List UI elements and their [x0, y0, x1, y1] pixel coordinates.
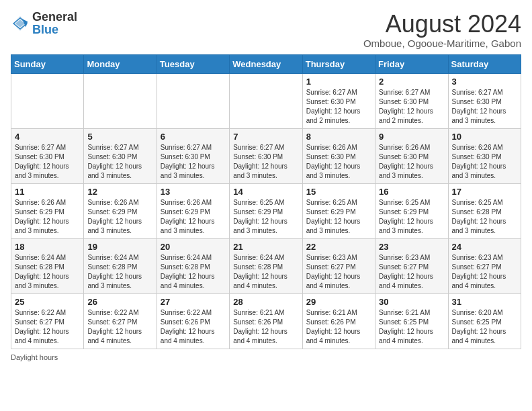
day-detail: Sunrise: 6:25 AM Sunset: 6:28 PM Dayligh…	[452, 198, 517, 236]
day-number: 28	[233, 297, 298, 307]
calendar-cell: 6Sunrise: 6:27 AM Sunset: 6:30 PM Daylig…	[157, 128, 229, 183]
calendar-cell: 19Sunrise: 6:24 AM Sunset: 6:28 PM Dayli…	[84, 238, 157, 293]
day-detail: Sunrise: 6:23 AM Sunset: 6:27 PM Dayligh…	[306, 253, 371, 291]
calendar-cell: 8Sunrise: 6:26 AM Sunset: 6:30 PM Daylig…	[302, 128, 375, 183]
week-row-3: 11Sunrise: 6:26 AM Sunset: 6:29 PM Dayli…	[11, 183, 521, 238]
day-detail: Sunrise: 6:27 AM Sunset: 6:30 PM Dayligh…	[87, 143, 152, 181]
day-number: 19	[87, 242, 152, 252]
day-detail: Sunrise: 6:21 AM Sunset: 6:25 PM Dayligh…	[379, 308, 444, 346]
logo-icon	[11, 14, 30, 33]
logo-text: General Blue	[32, 11, 77, 36]
day-number: 9	[379, 132, 444, 142]
day-number: 20	[161, 242, 226, 252]
day-number: 21	[233, 242, 298, 252]
day-detail: Sunrise: 6:26 AM Sunset: 6:30 PM Dayligh…	[452, 143, 517, 181]
calendar-cell: 14Sunrise: 6:25 AM Sunset: 6:29 PM Dayli…	[230, 183, 302, 238]
footer-note: Daylight hours	[11, 353, 521, 361]
day-detail: Sunrise: 6:24 AM Sunset: 6:28 PM Dayligh…	[87, 253, 152, 291]
calendar-cell: 7Sunrise: 6:27 AM Sunset: 6:30 PM Daylig…	[230, 128, 302, 183]
calendar-cell: 21Sunrise: 6:24 AM Sunset: 6:28 PM Dayli…	[230, 238, 302, 293]
calendar-cell: 25Sunrise: 6:22 AM Sunset: 6:27 PM Dayli…	[11, 293, 84, 349]
calendar-cell	[157, 73, 229, 128]
day-detail: Sunrise: 6:27 AM Sunset: 6:30 PM Dayligh…	[379, 88, 444, 126]
day-number: 5	[87, 132, 152, 142]
weekday-header-monday: Monday	[84, 54, 157, 73]
daylight-label: Daylight hours	[11, 353, 58, 361]
calendar-cell: 9Sunrise: 6:26 AM Sunset: 6:30 PM Daylig…	[375, 128, 448, 183]
day-number: 3	[452, 77, 517, 87]
calendar-cell: 3Sunrise: 6:27 AM Sunset: 6:30 PM Daylig…	[448, 73, 521, 128]
weekday-header-friday: Friday	[375, 54, 448, 73]
day-number: 11	[15, 187, 80, 197]
calendar-cell: 20Sunrise: 6:24 AM Sunset: 6:28 PM Dayli…	[157, 238, 229, 293]
calendar-cell	[11, 73, 84, 128]
day-detail: Sunrise: 6:21 AM Sunset: 6:26 PM Dayligh…	[233, 308, 298, 346]
calendar-cell: 5Sunrise: 6:27 AM Sunset: 6:30 PM Daylig…	[84, 128, 157, 183]
calendar-cell: 16Sunrise: 6:25 AM Sunset: 6:29 PM Dayli…	[375, 183, 448, 238]
day-detail: Sunrise: 6:22 AM Sunset: 6:27 PM Dayligh…	[87, 308, 152, 346]
calendar-table: SundayMondayTuesdayWednesdayThursdayFrid…	[11, 54, 521, 349]
day-number: 2	[379, 77, 444, 87]
calendar-cell: 18Sunrise: 6:24 AM Sunset: 6:28 PM Dayli…	[11, 238, 84, 293]
calendar-cell: 30Sunrise: 6:21 AM Sunset: 6:25 PM Dayli…	[375, 293, 448, 349]
day-detail: Sunrise: 6:26 AM Sunset: 6:29 PM Dayligh…	[87, 198, 152, 236]
calendar-cell: 13Sunrise: 6:26 AM Sunset: 6:29 PM Dayli…	[157, 183, 229, 238]
calendar-cell: 2Sunrise: 6:27 AM Sunset: 6:30 PM Daylig…	[375, 73, 448, 128]
day-number: 15	[306, 187, 371, 197]
day-detail: Sunrise: 6:22 AM Sunset: 6:27 PM Dayligh…	[15, 308, 80, 346]
day-number: 30	[379, 297, 444, 307]
month-year: August 2024	[363, 11, 521, 38]
week-row-2: 4Sunrise: 6:27 AM Sunset: 6:30 PM Daylig…	[11, 128, 521, 183]
day-detail: Sunrise: 6:27 AM Sunset: 6:30 PM Dayligh…	[161, 143, 226, 181]
calendar-cell: 4Sunrise: 6:27 AM Sunset: 6:30 PM Daylig…	[11, 128, 84, 183]
day-detail: Sunrise: 6:26 AM Sunset: 6:30 PM Dayligh…	[379, 143, 444, 181]
logo-general: General	[32, 10, 77, 24]
calendar-cell: 1Sunrise: 6:27 AM Sunset: 6:30 PM Daylig…	[302, 73, 375, 128]
calendar-cell: 26Sunrise: 6:22 AM Sunset: 6:27 PM Dayli…	[84, 293, 157, 349]
calendar-cell: 15Sunrise: 6:25 AM Sunset: 6:29 PM Dayli…	[302, 183, 375, 238]
day-detail: Sunrise: 6:27 AM Sunset: 6:30 PM Dayligh…	[15, 143, 80, 181]
day-number: 16	[379, 187, 444, 197]
day-detail: Sunrise: 6:27 AM Sunset: 6:30 PM Dayligh…	[233, 143, 298, 181]
day-detail: Sunrise: 6:24 AM Sunset: 6:28 PM Dayligh…	[161, 253, 226, 291]
day-detail: Sunrise: 6:24 AM Sunset: 6:28 PM Dayligh…	[15, 253, 80, 291]
day-detail: Sunrise: 6:25 AM Sunset: 6:29 PM Dayligh…	[379, 198, 444, 236]
day-detail: Sunrise: 6:20 AM Sunset: 6:25 PM Dayligh…	[452, 308, 517, 346]
day-detail: Sunrise: 6:23 AM Sunset: 6:27 PM Dayligh…	[452, 253, 517, 291]
day-detail: Sunrise: 6:21 AM Sunset: 6:26 PM Dayligh…	[306, 308, 371, 346]
day-detail: Sunrise: 6:27 AM Sunset: 6:30 PM Dayligh…	[452, 88, 517, 126]
week-row-5: 25Sunrise: 6:22 AM Sunset: 6:27 PM Dayli…	[11, 293, 521, 349]
day-number: 8	[306, 132, 371, 142]
calendar-cell: 24Sunrise: 6:23 AM Sunset: 6:27 PM Dayli…	[448, 238, 521, 293]
title-area: August 2024 Omboue, Ogooue-Maritime, Gab…	[363, 11, 521, 49]
week-row-4: 18Sunrise: 6:24 AM Sunset: 6:28 PM Dayli…	[11, 238, 521, 293]
weekday-header-saturday: Saturday	[448, 54, 521, 73]
day-number: 10	[452, 132, 517, 142]
day-number: 13	[161, 187, 226, 197]
day-detail: Sunrise: 6:26 AM Sunset: 6:29 PM Dayligh…	[15, 198, 80, 236]
calendar-cell	[230, 73, 302, 128]
day-number: 6	[161, 132, 226, 142]
day-number: 25	[15, 297, 80, 307]
day-number: 31	[452, 297, 517, 307]
calendar-cell: 23Sunrise: 6:23 AM Sunset: 6:27 PM Dayli…	[375, 238, 448, 293]
day-detail: Sunrise: 6:22 AM Sunset: 6:26 PM Dayligh…	[161, 308, 226, 346]
logo-blue: Blue	[32, 23, 58, 36]
calendar-cell: 10Sunrise: 6:26 AM Sunset: 6:30 PM Dayli…	[448, 128, 521, 183]
day-number: 23	[379, 242, 444, 252]
day-number: 24	[452, 242, 517, 252]
weekday-header-wednesday: Wednesday	[230, 54, 302, 73]
day-detail: Sunrise: 6:26 AM Sunset: 6:29 PM Dayligh…	[161, 198, 226, 236]
header: General Blue August 2024 Omboue, Ogooue-…	[11, 11, 521, 49]
day-detail: Sunrise: 6:24 AM Sunset: 6:28 PM Dayligh…	[233, 253, 298, 291]
calendar-cell: 11Sunrise: 6:26 AM Sunset: 6:29 PM Dayli…	[11, 183, 84, 238]
weekday-header-sunday: Sunday	[11, 54, 84, 73]
day-number: 4	[15, 132, 80, 142]
day-number: 18	[15, 242, 80, 252]
logo: General Blue	[11, 11, 77, 36]
calendar-cell: 22Sunrise: 6:23 AM Sunset: 6:27 PM Dayli…	[302, 238, 375, 293]
weekday-header-tuesday: Tuesday	[157, 54, 229, 73]
day-number: 27	[161, 297, 226, 307]
calendar-cell	[84, 73, 157, 128]
week-row-1: 1Sunrise: 6:27 AM Sunset: 6:30 PM Daylig…	[11, 73, 521, 128]
